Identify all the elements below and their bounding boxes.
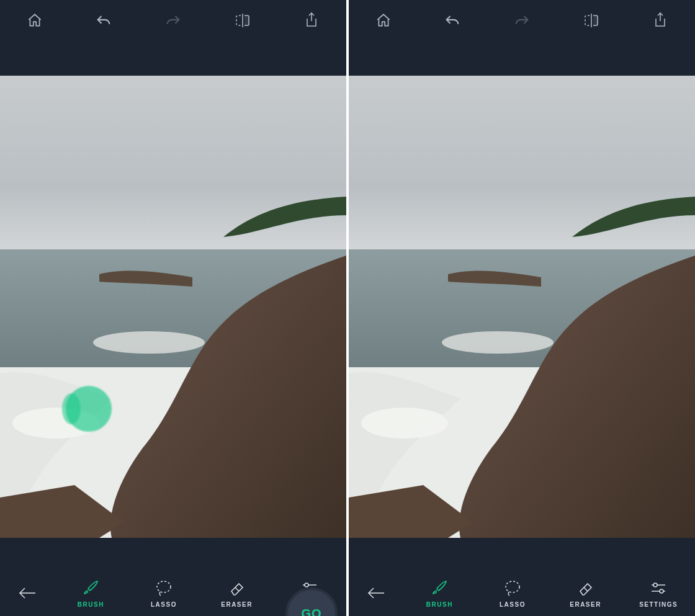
tool-brush-label: BRUSH (78, 601, 104, 608)
lasso-icon (155, 579, 173, 597)
svg-rect-0 (0, 76, 346, 262)
brush-icon (430, 579, 449, 597)
home-icon[interactable] (366, 8, 401, 33)
photo-placeholder (0, 76, 346, 538)
share-icon[interactable] (643, 8, 678, 33)
app-panes: GO BRUSH LASSO ERASER SETTINGS (0, 0, 695, 616)
left-pane: GO BRUSH LASSO ERASER SETTINGS (0, 0, 346, 616)
tool-brush[interactable]: BRUSH (411, 579, 467, 608)
compare-icon[interactable] (225, 8, 260, 33)
tool-eraser[interactable]: ERASER (209, 579, 265, 608)
svg-point-13 (506, 581, 519, 592)
tool-eraser[interactable]: ERASER (558, 579, 614, 608)
top-toolbar (349, 0, 695, 41)
photo-placeholder (349, 76, 695, 538)
tool-brush[interactable]: BRUSH (63, 579, 119, 608)
svg-point-11 (361, 408, 448, 439)
share-icon[interactable] (294, 8, 329, 33)
svg-point-15 (660, 589, 663, 593)
bottom-toolbar: BRUSH LASSO ERASER SETTINGS (349, 570, 695, 616)
settings-icon (649, 579, 668, 597)
brush-icon (81, 579, 100, 597)
undo-icon[interactable] (435, 8, 470, 33)
image-canvas[interactable] (0, 76, 346, 538)
tool-lasso-label: LASSO (500, 601, 526, 608)
lasso-icon (503, 579, 522, 597)
redo-icon[interactable] (504, 8, 539, 33)
back-icon[interactable] (9, 587, 46, 599)
tool-eraser-label: ERASER (570, 601, 601, 608)
toolbar-spacer (0, 41, 346, 76)
svg-point-6 (305, 583, 308, 587)
tool-brush-label: BRUSH (426, 601, 453, 608)
tool-settings[interactable]: SETTINGS (630, 579, 686, 608)
svg-point-5 (157, 581, 171, 592)
home-icon[interactable] (17, 8, 52, 33)
canvas-underbar (349, 538, 695, 570)
go-button-label: GO (301, 607, 321, 617)
redo-icon[interactable] (156, 8, 191, 33)
right-pane: BRUSH LASSO ERASER SETTINGS (349, 0, 695, 616)
back-icon[interactable] (357, 587, 395, 599)
tool-eraser-label: ERASER (221, 601, 253, 608)
image-canvas[interactable] (349, 76, 695, 538)
svg-point-4 (93, 331, 205, 354)
tool-settings-label: SETTINGS (639, 601, 678, 608)
tool-lasso[interactable]: LASSO (136, 579, 192, 608)
svg-point-12 (442, 331, 554, 354)
top-toolbar (0, 0, 346, 41)
svg-rect-8 (349, 76, 695, 262)
tool-lasso[interactable]: LASSO (485, 579, 540, 608)
eraser-icon (576, 579, 595, 597)
eraser-icon (228, 579, 246, 597)
undo-icon[interactable] (86, 8, 121, 33)
svg-point-14 (653, 583, 657, 587)
toolbar-spacer (349, 41, 695, 76)
compare-icon[interactable] (574, 8, 609, 33)
brush-selection-mark (66, 386, 112, 432)
tool-lasso-label: LASSO (151, 601, 177, 608)
canvas-underbar: GO (0, 538, 346, 570)
